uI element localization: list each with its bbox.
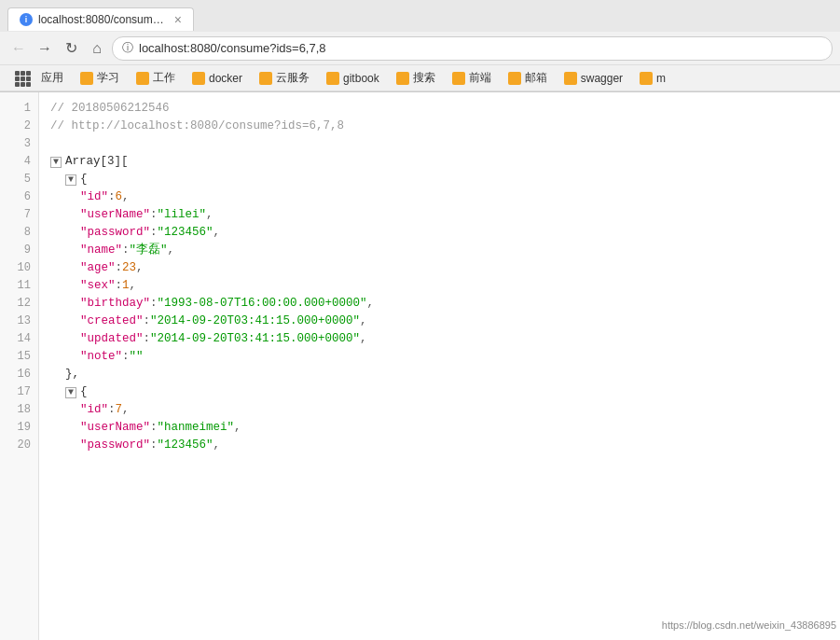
array-toggle[interactable]: ▼ [50, 157, 62, 168]
bookmark-label-3: docker [209, 72, 242, 85]
line-num-13: 13 [0, 313, 38, 330]
bookmark-9[interactable]: swagger [557, 70, 630, 87]
lock-icon: ⓘ [122, 40, 133, 56]
bookmark-icon-3 [192, 72, 205, 85]
username-val-1: "lilei" [158, 206, 207, 224]
code-line-3 [50, 135, 829, 153]
forward-button[interactable]: → [34, 37, 56, 60]
line-num-9: 9 [0, 242, 38, 259]
bookmark-7[interactable]: 前端 [445, 68, 499, 88]
bookmark-3[interactable]: docker [185, 70, 250, 87]
password-val-1: "123456" [158, 224, 213, 242]
bookmark-10[interactable]: m [632, 70, 673, 87]
id-val-1: 6 [116, 188, 123, 206]
code-line-18: "id" : 7 , [80, 401, 829, 419]
code-line-1: // 20180506212546 [50, 100, 829, 118]
obj2-open: { [80, 383, 88, 401]
line-num-7: 7 [0, 206, 38, 224]
bookmark-5[interactable]: gitbook [319, 70, 387, 87]
birthday-key-1: "birthday" [80, 295, 150, 313]
sex-val-1: 1 [122, 277, 130, 295]
obj2-toggle[interactable]: ▼ [65, 387, 76, 398]
birthday-val-1: "1993-08-07T16:00:00.000+0000" [158, 295, 367, 313]
active-tab[interactable]: i localhost:8080/consume?ids=... × [7, 7, 194, 31]
line-numbers: 1 2 3 4 5 6 7 8 9 10 11 12 13 14 15 16 1… [0, 92, 39, 640]
password-val-2: "123456" [158, 437, 213, 454]
navigation-bar: ← → ↻ ⌂ ⓘ localhost:8080/consume?ids=6,7… [0, 32, 840, 65]
sex-key-1: "sex" [80, 277, 116, 295]
bookmark-8[interactable]: 邮箱 [501, 68, 555, 88]
bookmark-2[interactable]: 工作 [129, 68, 183, 88]
updated-val-1: "2014-09-20T03:41:15.000+0000" [150, 330, 360, 348]
home-button[interactable]: ⌂ [86, 37, 108, 60]
code-line-8: "password" : "123456" , [80, 224, 829, 242]
back-button[interactable]: ← [7, 37, 30, 60]
array-label: Array[3][ [65, 153, 129, 171]
line-num-11: 11 [0, 277, 38, 295]
updated-key-1: "updated" [80, 330, 144, 348]
line-num-4: 4 [0, 153, 38, 171]
tab-close-button[interactable]: × [174, 12, 182, 27]
code-line-6: "id" : 6 , [80, 188, 829, 206]
bookmark-label-9: swagger [581, 72, 623, 85]
username-key-2: "userName" [80, 419, 150, 437]
comment-line-2: // http://localhost:8080/consume?ids=6,7… [50, 118, 344, 135]
bookmark-icon-6 [396, 72, 409, 85]
note-key-1: "note" [80, 348, 122, 366]
note-val-1: "" [130, 348, 144, 366]
line-num-16: 16 [0, 366, 38, 383]
code-line-17: ▼ { [65, 383, 829, 401]
password-key-1: "password" [80, 224, 150, 242]
bookmark-label-8: 邮箱 [525, 70, 547, 86]
bookmark-4[interactable]: 云服务 [252, 68, 317, 88]
code-line-2: // http://localhost:8080/consume?ids=6,7… [50, 118, 829, 135]
username-key-1: "userName" [80, 206, 150, 224]
bookmark-1[interactable]: 学习 [73, 68, 127, 88]
bookmark-label-5: gitbook [343, 72, 379, 85]
bookmark-label-2: 工作 [153, 70, 175, 86]
username-val-2: "hanmeimei" [158, 419, 235, 437]
bookmark-icon-8 [508, 72, 521, 85]
code-line-13: "created" : "2014-09-20T03:41:15.000+000… [80, 313, 829, 330]
code-line-16: }, [65, 366, 829, 383]
line-num-15: 15 [0, 348, 38, 366]
bookmark-label-1: 学习 [97, 70, 119, 86]
bookmark-icon-9 [564, 72, 577, 85]
watermark: https://blog.csdn.net/weixin_43886895 [658, 618, 840, 633]
bookmark-icon-4 [259, 72, 272, 85]
line-num-14: 14 [0, 330, 38, 348]
reload-button[interactable]: ↻ [60, 37, 82, 60]
obj1-open: { [80, 171, 88, 188]
bookmark-6[interactable]: 搜索 [389, 68, 443, 88]
tab-bar: i localhost:8080/consume?ids=... × [0, 0, 840, 32]
line-num-1: 1 [0, 100, 38, 118]
obj1-close: }, [65, 366, 79, 383]
bookmarks-bar: 应用 学习 工作 docker 云服务 gitbook 搜索 前端 [0, 65, 840, 91]
line-num-6: 6 [0, 188, 38, 206]
id-key-1: "id" [80, 188, 108, 206]
code-line-14: "updated" : "2014-09-20T03:41:15.000+000… [80, 330, 829, 348]
name-val-1: "李磊" [130, 242, 168, 259]
id-val-2: 7 [116, 401, 123, 419]
code-line-11: "sex" : 1 , [80, 277, 829, 295]
created-val-1: "2014-09-20T03:41:15.000+0000" [150, 313, 360, 330]
obj1-toggle[interactable]: ▼ [65, 174, 76, 186]
code-line-5: ▼ { [65, 171, 829, 188]
bookmark-label-7: 前端 [469, 70, 491, 86]
line-num-10: 10 [0, 259, 38, 277]
line-num-12: 12 [0, 295, 38, 313]
line-num-17: 17 [0, 383, 38, 401]
line-num-5: 5 [0, 171, 38, 188]
bookmark-icon-1 [80, 72, 93, 85]
line-num-3: 3 [0, 135, 38, 153]
code-line-15: "note" : "" [80, 348, 829, 366]
id-key-2: "id" [80, 401, 108, 419]
code-line-19: "userName" : "hanmeimei" , [80, 419, 829, 437]
line-num-18: 18 [0, 401, 38, 419]
line-num-8: 8 [0, 224, 38, 242]
apps-button[interactable]: 应用 [7, 68, 71, 88]
line-num-19: 19 [0, 419, 38, 437]
content-area: 1 2 3 4 5 6 7 8 9 10 11 12 13 14 15 16 1… [0, 92, 840, 640]
bookmark-icon-5 [326, 72, 339, 85]
address-bar[interactable]: ⓘ localhost:8080/consume?ids=6,7,8 [112, 36, 833, 61]
